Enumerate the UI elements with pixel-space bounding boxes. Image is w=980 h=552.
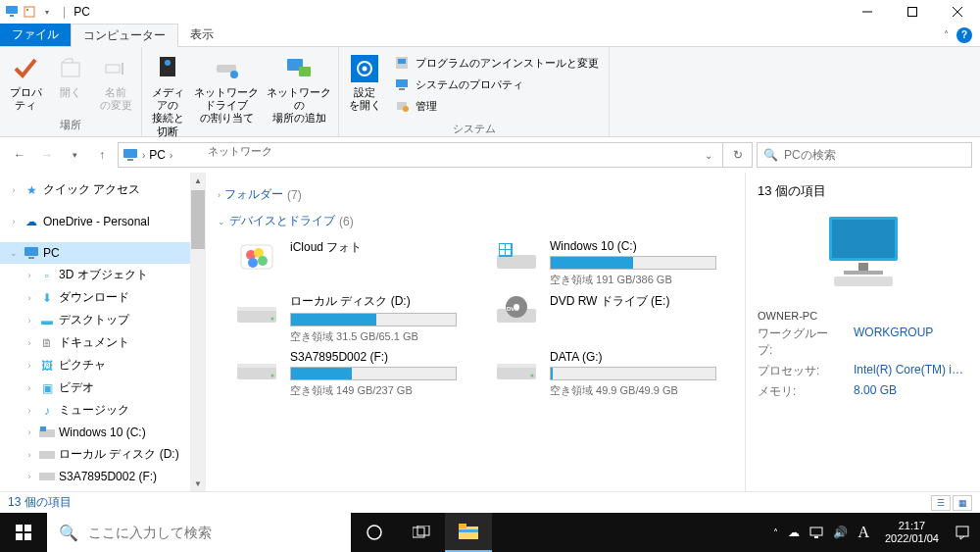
nav-onedrive[interactable]: › ☁ OneDrive - Personal [0, 211, 206, 232]
svg-rect-31 [40, 427, 46, 431]
uninstall-button[interactable]: プログラムのアンインストールと変更 [390, 53, 603, 73]
uninstall-label: プログラムのアンインストールと変更 [416, 56, 599, 71]
taskbar-clock[interactable]: 21:17 2022/01/04 [879, 520, 945, 545]
taskbar-search[interactable]: 🔍 [47, 513, 351, 552]
open-button[interactable]: 開く [49, 49, 92, 103]
breadcrumb-pc[interactable]: PC [149, 148, 166, 162]
action-center-icon[interactable] [955, 525, 970, 540]
search-input[interactable] [784, 148, 965, 162]
nav-drive-c[interactable]: ›Windows 10 (C:) [0, 422, 206, 443]
recent-locations-dropdown[interactable]: ▾ [63, 143, 86, 167]
qat-dropdown-icon[interactable]: ▾ [39, 4, 55, 20]
prop-value[interactable]: WORKGROUP [854, 326, 968, 359]
navpane-scrollbar[interactable]: ▲ ▼ [190, 173, 206, 491]
tray-overflow-icon[interactable]: ˄ [773, 527, 778, 538]
minimize-button[interactable] [845, 0, 890, 24]
expand-icon[interactable]: › [24, 271, 35, 280]
close-button[interactable] [935, 0, 980, 24]
properties-button[interactable]: プロパティ [4, 49, 47, 116]
nav-music[interactable]: ›♪ミュージック [0, 399, 206, 422]
prop-label: ワークグループ: [758, 326, 842, 359]
group-system-label: システム [343, 120, 605, 138]
back-button[interactable]: ← [8, 143, 31, 167]
expand-icon[interactable]: › [24, 361, 35, 371]
settings-button[interactable]: 設定 を開く [343, 49, 386, 116]
drive-item[interactable]: iCloud フォト [233, 239, 473, 287]
drive-item[interactable]: ローカル ディスク (D:)空き領域 31.5 GB/65.1 GB [233, 293, 473, 344]
maximize-button[interactable] [890, 0, 935, 24]
nav-drive-d[interactable]: ›ローカル ディスク (D:) [0, 443, 206, 466]
nav-videos[interactable]: ›▣ビデオ [0, 376, 206, 399]
chevron-right-icon[interactable]: › [170, 150, 172, 161]
nav-downloads[interactable]: ›⬇ダウンロード [0, 286, 206, 309]
manage-button[interactable]: 管理 [390, 96, 603, 116]
drive-item[interactable]: S3A7895D002 (F:)空き領域 149 GB/237 GB [233, 350, 473, 398]
scroll-up-icon[interactable]: ▲ [194, 173, 202, 188]
tab-file[interactable]: ファイル [0, 24, 71, 46]
chevron-right-icon[interactable]: › [142, 150, 145, 161]
start-button[interactable] [0, 513, 47, 552]
tab-computer[interactable]: コンピューター [71, 24, 178, 47]
drive-item[interactable]: DATA (G:)空き領域 49.9 GB/49.9 GB [493, 350, 733, 398]
expand-icon[interactable]: › [8, 217, 20, 226]
prop-value[interactable]: Intel(R) Core(TM) i3 C... [854, 363, 968, 379]
tab-view[interactable]: 表示 [178, 24, 225, 46]
expand-icon[interactable]: › [24, 293, 35, 303]
nav-drive-g[interactable]: ›DATA (G:) [0, 487, 206, 491]
drive-item[interactable]: Windows 10 (C:)空き領域 191 GB/386 GB [493, 239, 733, 287]
address-bar: ← → ▾ ↑ › PC › ⌄ ↻ 🔍 [0, 137, 980, 173]
task-view-button[interactable] [398, 513, 445, 552]
onedrive-tray-icon[interactable]: ☁ [788, 526, 800, 539]
expand-icon[interactable]: › [24, 316, 35, 326]
forward-button[interactable]: → [35, 143, 59, 167]
properties-qat-icon[interactable] [22, 4, 37, 20]
rename-button[interactable]: 名前 の変更 [94, 49, 137, 116]
nav-documents[interactable]: ›🗎ドキュメント [0, 331, 206, 354]
help-icon[interactable]: ? [956, 27, 972, 43]
prop-value[interactable]: 8.00 GB [854, 383, 968, 400]
expand-icon[interactable]: › [24, 472, 35, 481]
network-location-button[interactable]: ネットワークの 場所の追加 [264, 49, 334, 129]
svg-rect-57 [497, 364, 536, 368]
media-button[interactable]: メディアの 接続と切断 [146, 49, 189, 142]
nav-pictures[interactable]: ›🖼ピクチャ [0, 354, 206, 376]
taskbar-explorer[interactable] [445, 513, 492, 552]
up-button[interactable]: ↑ [90, 143, 114, 167]
nav-desktop[interactable]: ›▬デスクトップ [0, 309, 206, 331]
network-location-label: ネットワークの 場所の追加 [266, 86, 332, 125]
search-box[interactable]: 🔍 [757, 142, 972, 168]
collapse-icon[interactable]: ⌄ [8, 248, 20, 258]
ribbon-collapse-icon[interactable]: ˄ [944, 29, 949, 40]
breadcrumb[interactable]: › PC › ⌄ [118, 142, 723, 168]
scroll-thumb[interactable] [191, 190, 205, 249]
nav-quick-access[interactable]: › ★ クイック アクセス [0, 178, 206, 201]
drive-usage-bar [290, 367, 457, 380]
network-tray-icon[interactable] [809, 526, 823, 539]
ime-indicator[interactable]: A [858, 524, 869, 541]
nav-3d-objects[interactable]: ›▫3D オブジェクト [0, 264, 206, 286]
nav-label: S3A7895D002 (F:) [59, 470, 157, 483]
nav-drive-f[interactable]: ›S3A7895D002 (F:) [0, 466, 206, 487]
volume-tray-icon[interactable]: 🔊 [833, 526, 848, 539]
expand-icon[interactable]: › [24, 406, 35, 416]
cortana-button[interactable] [351, 513, 398, 552]
group-header-drives[interactable]: ⌄ デバイスとドライブ (6) [218, 213, 733, 229]
nav-pc[interactable]: ⌄ PC [0, 242, 206, 264]
icons-view-button[interactable]: ▦ [953, 495, 972, 511]
drive-item[interactable]: DVDDVD RW ドライブ (E:) [493, 293, 733, 344]
expand-icon[interactable]: › [24, 338, 35, 348]
scroll-down-icon[interactable]: ▼ [194, 476, 202, 491]
expand-icon[interactable]: › [24, 450, 35, 460]
system-properties-button[interactable]: システムのプロパティ [390, 75, 603, 94]
expand-icon[interactable]: › [8, 185, 20, 195]
network-drive-button[interactable]: ネットワーク ドライブ の割り当て [191, 49, 262, 129]
expand-icon[interactable]: › [24, 427, 35, 437]
expand-icon[interactable]: › [24, 383, 35, 393]
prop-processor: プロセッサ: Intel(R) Core(TM) i3 C... [758, 363, 968, 379]
breadcrumb-dropdown-icon[interactable]: ⌄ [705, 150, 718, 161]
taskbar-search-input[interactable] [88, 525, 339, 540]
group-header-folders[interactable]: › フォルダー (7) [218, 186, 733, 203]
details-view-button[interactable]: ☰ [931, 495, 951, 511]
refresh-button[interactable]: ↻ [723, 142, 753, 168]
pc-icon [24, 245, 39, 261]
